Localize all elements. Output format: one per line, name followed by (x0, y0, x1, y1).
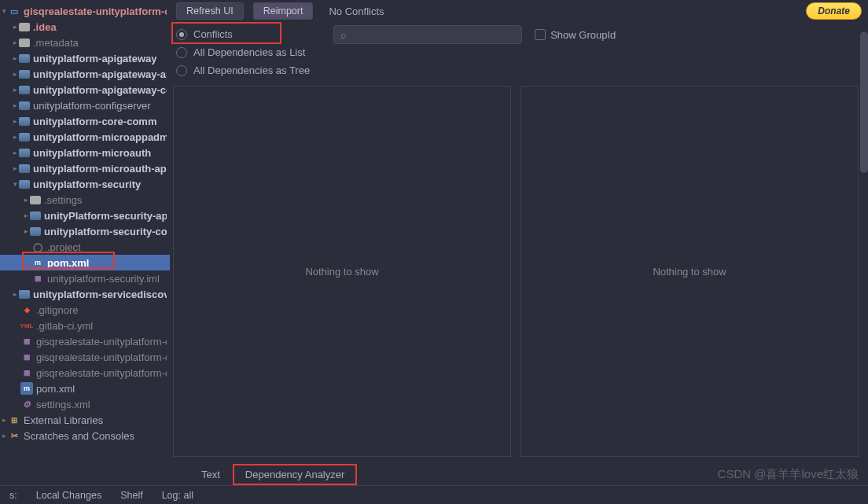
show-groupid-checkbox[interactable]: Show GroupId (535, 29, 616, 41)
expand-icon[interactable]: ▸ (11, 86, 19, 94)
expand-icon[interactable]: ▸ (0, 416, 8, 424)
empty-label: Nothing to show (305, 266, 378, 278)
tree-item[interactable]: ⚙ settings.xml (0, 396, 170, 412)
tree-item[interactable]: ▦ gisqrealestate-unityplatform-c (0, 365, 170, 381)
expand-icon[interactable]: ▸ (0, 432, 8, 440)
folder-icon (30, 196, 41, 204)
tree-item[interactable]: ▸ .idea (0, 19, 170, 35)
dependency-list-panel[interactable]: Nothing to show (173, 86, 511, 457)
project-tree[interactable]: ▾ ▭ gisqrealestate-unityplatform-co ▸ .i… (0, 0, 170, 485)
radio-conflicts[interactable]: Conflicts (176, 28, 310, 40)
expand-icon[interactable]: ▾ (0, 7, 8, 15)
tree-item[interactable]: ◆ .gitignore (0, 302, 170, 318)
tree-item-security[interactable]: ▾ unityplatform-security (0, 176, 170, 192)
expand-icon[interactable]: ▸ (11, 39, 19, 46)
expand-icon[interactable]: ▸ (11, 101, 19, 109)
tree-item[interactable]: ▸ .metadata (0, 35, 170, 50)
tree-root[interactable]: ▾ ▭ gisqrealestate-unityplatform-co (0, 3, 170, 19)
tree-label: unityplatform-apigateway-co (33, 84, 167, 96)
tree-item[interactable]: ▦ gisqrealestate-unityplatform-c (0, 349, 170, 365)
search-row: ⌕ Show GroupId (333, 25, 616, 44)
refresh-ui-button[interactable]: Refresh UI (176, 2, 244, 20)
tree-label: unityplatform-security (33, 178, 141, 190)
tree-label: gisqrealestate-unityplatform-c (36, 351, 167, 363)
tree-item[interactable]: ▸ unityPlatform-security-ap (0, 208, 170, 223)
tab-text[interactable]: Text (189, 464, 233, 485)
tree-label: .idea (33, 21, 57, 33)
tree-label: unityplatform-microauth (33, 147, 151, 159)
tree-label: unityplatform-security.iml (47, 273, 160, 285)
tree-label: unityplatform-apigateway-ap (33, 68, 167, 80)
tree-item[interactable]: ▸ unityplatform-apigateway-co (0, 82, 170, 97)
checkbox-icon (535, 29, 546, 40)
tree-item[interactable]: YML .gitlab-ci.yml (0, 318, 170, 333)
vcs-label[interactable]: s: (9, 490, 17, 501)
module-folder-icon (19, 70, 30, 79)
expand-icon[interactable]: ▸ (11, 117, 19, 125)
iml-icon: ▦ (20, 335, 33, 348)
status-bar: s: Local Changes Shelf Log: all (0, 485, 868, 504)
expand-icon[interactable]: ▸ (11, 70, 19, 78)
dependency-detail-panel[interactable]: Nothing to show (520, 86, 859, 457)
expand-icon[interactable]: ▸ (11, 149, 19, 156)
module-folder-icon (19, 180, 30, 189)
tab-dependency-analyzer[interactable]: Dependency Analyzer (233, 464, 357, 485)
expand-icon[interactable]: ▸ (11, 23, 19, 31)
radio-label: All Dependencies as Tree (193, 64, 310, 76)
tree-label: unityplatform-servicediscove (33, 289, 167, 300)
tree-item[interactable]: ▸ unityplatform-apigateway (0, 50, 170, 66)
tree-item[interactable]: ▸ unityplatform-apigateway-ap (0, 66, 170, 82)
empty-label: Nothing to show (653, 266, 726, 278)
radio-label: Conflicts (193, 28, 233, 40)
tree-label: unityplatform-configserver (33, 100, 151, 112)
shelf-tab[interactable]: Shelf (120, 490, 143, 501)
scratches-icon: ✂ (8, 429, 20, 442)
view-radio-group: Conflicts All Dependencies as List All D… (176, 25, 310, 76)
expand-icon[interactable]: ▸ (22, 227, 30, 235)
iml-icon: ▦ (31, 272, 44, 285)
tree-label: settings.xml (36, 399, 90, 410)
tree-item[interactable]: ▸ unityplatform-servicediscove (0, 286, 170, 302)
tree-item[interactable]: ▦ unityplatform-security.iml (0, 270, 170, 286)
yml-icon: YML (20, 319, 33, 332)
radio-dep-list[interactable]: All Dependencies as List (176, 46, 310, 58)
tree-item[interactable]: m pom.xml (0, 381, 170, 396)
tree-item[interactable]: ▸ .settings (0, 192, 170, 208)
filter-search-input[interactable]: ⌕ (333, 25, 522, 44)
tree-label: Scratches and Consoles (24, 430, 134, 442)
tree-item[interactable]: ◯ .project (0, 239, 170, 255)
tree-external-libraries[interactable]: ▸ ⊞ External Libraries (0, 412, 170, 428)
radio-icon (176, 29, 187, 40)
expand-icon[interactable]: ▸ (22, 196, 30, 204)
search-icon: ⌕ (340, 29, 347, 41)
vertical-scrollbar[interactable] (860, 31, 868, 173)
tree-item-pom[interactable]: m pom.xml (0, 255, 170, 270)
expand-icon[interactable]: ▸ (11, 164, 19, 172)
tree-label: .metadata (33, 37, 79, 49)
editor-area: Refresh UI Reimport No Conflicts Donate … (170, 0, 868, 485)
tree-scratches[interactable]: ▸ ✂ Scratches and Consoles (0, 428, 170, 443)
tree-item[interactable]: ▸ unityplatform-core-comm (0, 113, 170, 129)
expand-icon[interactable]: ▸ (11, 290, 19, 298)
tree-item[interactable]: ▸ unityplatform-security-co (0, 223, 170, 239)
reimport-button[interactable]: Reimport (253, 2, 314, 20)
tree-item[interactable]: ▦ gisqrealestate-unityplatform-c (0, 333, 170, 349)
tree-label: gisqrealestate-unityplatform-c (36, 367, 167, 379)
tree-item[interactable]: ▸ unityplatform-configserver (0, 97, 170, 113)
expand-icon[interactable]: ▾ (11, 180, 19, 188)
tree-item[interactable]: ▸ unityplatform-microauth-ap (0, 160, 170, 176)
expand-icon[interactable]: ▸ (22, 212, 30, 219)
expand-icon[interactable]: ▸ (11, 54, 19, 62)
expand-icon[interactable]: ▸ (11, 133, 19, 141)
tree-label: unityplatform-core-comm (33, 116, 156, 127)
tree-label: .project (47, 241, 81, 253)
tree-label: unityplatform-microauth-ap (33, 163, 167, 175)
log-tab[interactable]: Log: all (162, 490, 193, 501)
donate-button[interactable]: Donate (806, 2, 862, 20)
tree-item[interactable]: ▸ unityplatform-microappadm (0, 129, 170, 145)
module-folder-icon (19, 290, 30, 299)
local-changes-tab[interactable]: Local Changes (36, 490, 101, 501)
tree-item[interactable]: ▸ unityplatform-microauth (0, 145, 170, 160)
radio-dep-tree[interactable]: All Dependencies as Tree (176, 64, 310, 76)
module-folder-icon (19, 101, 30, 110)
